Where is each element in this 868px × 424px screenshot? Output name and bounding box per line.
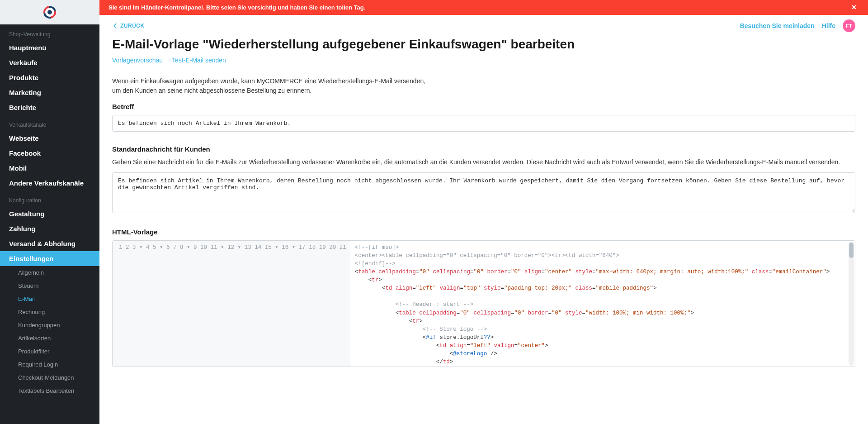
- sidebar-item-andere[interactable]: Andere Verkaufskanäle: [0, 176, 99, 191]
- sidebar-sub-required-login[interactable]: Required Login: [0, 358, 99, 371]
- warning-banner: Sie sind im Händler-Kontrollpanel. Bitte…: [99, 0, 868, 15]
- sidebar-item-zahlung[interactable]: Zahlung: [0, 221, 99, 236]
- sidebar-item-einstellungen[interactable]: Einstellungen: [0, 251, 99, 266]
- logo-icon: [41, 4, 59, 21]
- default-message-help: Geben Sie eine Nachricht ein für die E-M…: [112, 157, 855, 167]
- sidebar-section-label: Konfiguration: [0, 191, 99, 206]
- sidebar-sub-kundengruppen[interactable]: Kundengruppen: [0, 319, 99, 332]
- page-title: E-Mail-Vorlage "Wiederherstellung aufgeg…: [112, 37, 855, 52]
- sidebar-sub-artikelsorten[interactable]: Artikelsorten: [0, 332, 99, 345]
- sidebar-item-hauptmenu[interactable]: Hauptmenü: [0, 40, 99, 55]
- help-link[interactable]: Hilfe: [822, 22, 835, 29]
- default-message-label: Standardnachricht für Kunden: [112, 145, 855, 153]
- main-area: Sie sind im Händler-Kontrollpanel. Bitte…: [99, 0, 868, 424]
- sidebar-sub-allgemein[interactable]: Allgemein: [0, 266, 99, 279]
- logo-area: [0, 0, 99, 24]
- code-gutter: 1 2 3 ▾ 4 5 ▾ 6 7 8 ▾ 9 10 11 ▾ 12 ▾ 13 …: [113, 241, 350, 367]
- intro-text: Wenn ein Einkaufswagen aufgegeben wurde,…: [112, 76, 451, 95]
- sidebar-item-facebook[interactable]: Facebook: [0, 146, 99, 161]
- chevron-left-icon: [112, 23, 118, 29]
- send-test-email-link[interactable]: Test-E-Mail senden: [172, 57, 226, 64]
- sidebar-item-webseite[interactable]: Webseite: [0, 131, 99, 146]
- sidebar-section-label: Verkaufskanäle: [0, 115, 99, 131]
- html-template-editor[interactable]: 1 2 3 ▾ 4 5 ▾ 6 7 8 ▾ 9 10 11 ▾ 12 ▾ 13 …: [112, 240, 855, 367]
- user-avatar[interactable]: FT: [843, 19, 855, 32]
- sidebar-item-versand[interactable]: Versand & Abholung: [0, 236, 99, 251]
- code-scrollbar[interactable]: [849, 242, 854, 366]
- visit-store-link[interactable]: Besuchen Sie meinladen: [740, 22, 815, 29]
- sidebar-sub-produktfilter[interactable]: Produktfilter: [0, 345, 99, 358]
- sidebar-sub-rechnung[interactable]: Rechnung: [0, 305, 99, 319]
- sidebar-sub-textlabels[interactable]: Textlabels Bearbeiten: [0, 384, 99, 397]
- content: E-Mail-Vorlage "Wiederherstellung aufgeg…: [99, 37, 868, 399]
- back-link[interactable]: ZURÜCK: [112, 23, 145, 29]
- sidebar: Shop-Verwaltung Hauptmenü Verkäufe Produ…: [0, 0, 99, 424]
- sidebar-sub-checkout[interactable]: Checkout-Meldungen: [0, 371, 99, 384]
- banner-text: Sie sind im Händler-Kontrollpanel. Bitte…: [108, 4, 365, 11]
- subject-input[interactable]: [112, 115, 855, 132]
- code-content[interactable]: <!--[if mso]> <center><table cellpadding…: [350, 241, 855, 367]
- sidebar-item-berichte[interactable]: Berichte: [0, 100, 99, 115]
- code-scrollbar-thumb[interactable]: [849, 243, 854, 258]
- back-label: ZURÜCK: [120, 23, 145, 29]
- sidebar-item-mobil[interactable]: Mobil: [0, 161, 99, 176]
- default-message-textarea[interactable]: [112, 172, 855, 213]
- sidebar-item-marketing[interactable]: Marketing: [0, 85, 99, 100]
- topbar: ZURÜCK Besuchen Sie meinladen Hilfe FT: [99, 15, 868, 37]
- banner-close-button[interactable]: ×: [849, 3, 859, 12]
- preview-template-link[interactable]: Vorlagenvorschau: [112, 57, 163, 64]
- sidebar-sub-steuern[interactable]: Steuern: [0, 279, 99, 292]
- sidebar-sub-email[interactable]: E-Mail: [0, 292, 99, 305]
- sidebar-item-gestaltung[interactable]: Gestaltung: [0, 206, 99, 221]
- sidebar-item-verkaufe[interactable]: Verkäufe: [0, 55, 99, 70]
- sidebar-item-produkte[interactable]: Produkte: [0, 70, 99, 85]
- subject-label: Betreff: [112, 103, 855, 110]
- sidebar-section-label: Shop-Verwaltung: [0, 24, 99, 40]
- html-template-label: HTML-Vorlage: [112, 228, 855, 236]
